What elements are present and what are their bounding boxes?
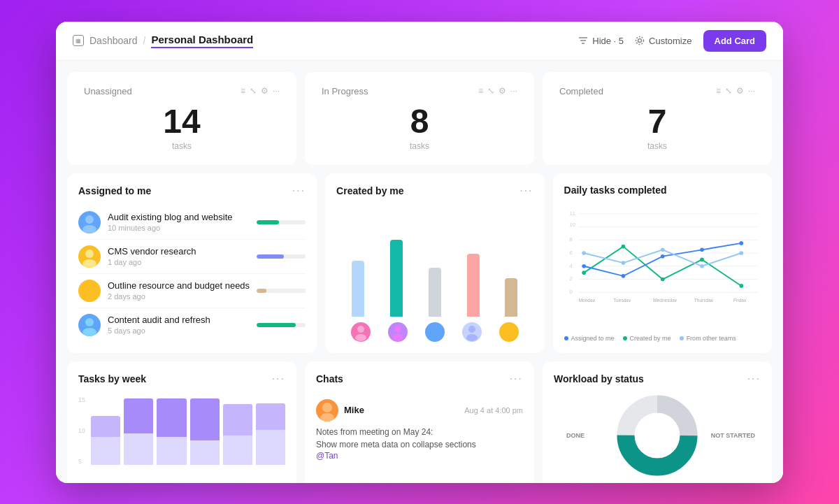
avatar-sm-3: [425, 322, 445, 342]
filter-icon-sm2[interactable]: ≡: [478, 86, 483, 96]
gear-icon: [635, 36, 645, 45]
bar-group-5: [495, 278, 528, 317]
svg-point-5: [85, 215, 94, 224]
task-progress-fill-2: [257, 254, 284, 259]
line-chart-area: 11 10 8 6 4 2 0: [564, 204, 761, 331]
svg-point-11: [85, 318, 94, 326]
y-label-5: 5: [78, 458, 85, 465]
week-bar-1-bot: [91, 437, 120, 465]
bar-1: [352, 261, 364, 317]
hide-label: Hide · 5: [592, 36, 624, 46]
daily-tasks-card: Daily tasks completed 11 10 8 6 4 2 0: [553, 173, 772, 353]
settings-icon-sm2[interactable]: ⚙: [499, 86, 506, 96]
week-bars: [91, 394, 285, 476]
app-container: ▦ Dashboard / Personal Dashboard Hide · …: [56, 22, 783, 483]
task-time-1: 10 minutes ago: [108, 224, 250, 232]
settings-icon-sm3[interactable]: ⚙: [736, 86, 744, 96]
chart-legend: Assigned to me Created by me From other …: [564, 335, 761, 342]
more-icon-sm[interactable]: ···: [273, 86, 280, 96]
svg-text:4: 4: [569, 262, 572, 268]
svg-point-39: [660, 277, 664, 281]
stat-unassigned: Unassigned ≡ ⤡ ⚙ ··· 14 tasks: [67, 72, 296, 165]
add-card-button[interactable]: Add Card: [703, 30, 767, 52]
svg-point-22: [503, 334, 515, 341]
hide-button[interactable]: Hide · 5: [578, 36, 624, 46]
week-bar-5: [223, 404, 252, 465]
breadcrumb-root: Dashboard: [89, 35, 138, 46]
svg-point-37: [582, 271, 586, 275]
stat-completed: Completed ≡ ⤡ ⚙ ··· 7 tasks: [543, 72, 772, 165]
chat-username: Mike: [344, 405, 364, 415]
main-content: Unassigned ≡ ⤡ ⚙ ··· 14 tasks In Progres…: [56, 61, 783, 483]
svg-point-17: [431, 326, 438, 333]
customize-label: Customize: [649, 36, 691, 46]
svg-point-47: [582, 251, 586, 255]
task-item-4: Content audit and refresh 5 days ago: [78, 308, 306, 342]
expand-icon-sm3[interactable]: ⤡: [725, 86, 732, 96]
stat-completed-sub: tasks: [559, 141, 755, 151]
customize-button[interactable]: Customize: [635, 36, 691, 46]
svg-text:Tuesday: Tuesday: [613, 298, 631, 302]
stat-unassigned-number: 14: [84, 105, 280, 138]
week-bar-2: [124, 398, 153, 465]
chats-more[interactable]: ···: [510, 373, 523, 385]
task-info-1: Audit existing blog and website 10 minut…: [108, 212, 250, 232]
chat-mention[interactable]: @Tan: [316, 451, 523, 461]
line-chart-svg: 11 10 8 6 4 2 0: [564, 204, 761, 302]
tasks-by-week-card: Tasks by week ··· 15 10 5: [67, 361, 296, 483]
svg-point-6: [83, 225, 96, 233]
bottom-row: Tasks by week ··· 15 10 5: [67, 361, 772, 483]
week-bar-1-top: [91, 416, 120, 437]
expand-icon-sm[interactable]: ⤡: [250, 86, 257, 96]
stat-unassigned-sub: tasks: [84, 141, 280, 151]
tasks-week-more[interactable]: ···: [272, 373, 285, 385]
task-name-4: Content audit and refresh: [108, 315, 250, 325]
more-icon-sm2[interactable]: ···: [510, 86, 517, 96]
svg-point-20: [466, 334, 478, 341]
stat-completed-label: Completed: [559, 86, 603, 96]
donut-label-done: DONE: [566, 432, 585, 439]
legend-dot-other: [680, 336, 684, 340]
week-bar-1: [91, 416, 120, 465]
svg-point-8: [83, 259, 96, 268]
bar-2: [390, 240, 403, 317]
svg-text:0: 0: [569, 289, 572, 295]
assigned-to-me-card: Assigned to me ··· Audit existing blog a…: [67, 173, 317, 353]
filter-icon-sm[interactable]: ≡: [241, 86, 245, 96]
expand-icon-sm2[interactable]: ⤡: [487, 86, 494, 96]
task-item: Audit existing blog and website 10 minut…: [78, 206, 306, 240]
chat-timestamp: Aug 4 at 4:00 pm: [464, 406, 523, 415]
bar-group-3: [418, 268, 451, 317]
daily-tasks-header: Daily tasks completed: [564, 185, 761, 196]
svg-point-57: [322, 403, 332, 412]
svg-text:11: 11: [569, 210, 575, 216]
week-bar-3-top: [157, 398, 186, 437]
dashboard-icon: ▦: [73, 35, 84, 46]
svg-point-49: [660, 247, 664, 252]
svg-text:6: 6: [569, 249, 572, 255]
svg-point-62: [636, 415, 678, 456]
settings-icon-sm[interactable]: ⚙: [261, 86, 268, 96]
week-bar-5-top: [223, 404, 252, 435]
week-bar-6: [256, 403, 285, 465]
task-progress-fill-4: [257, 323, 296, 327]
svg-point-4: [636, 37, 644, 45]
task-name-2: CMS vendor research: [108, 246, 250, 257]
more-icon-sm3[interactable]: ···: [748, 86, 755, 96]
add-card-label: Add Card: [715, 36, 756, 46]
bar-3: [429, 268, 441, 317]
assigned-more-button[interactable]: ···: [292, 185, 306, 197]
filter-icon-sm3[interactable]: ≡: [716, 86, 721, 96]
task-progress-fill-3: [257, 289, 266, 293]
week-chart-wrapper: 15 10 5: [78, 394, 285, 476]
svg-point-18: [429, 334, 440, 341]
workload-more[interactable]: ···: [747, 373, 761, 385]
created-card-header: Created by me ···: [336, 185, 533, 197]
workload-title: Workload by status: [554, 373, 644, 384]
week-bar-2-bot: [124, 433, 153, 465]
created-more-button[interactable]: ···: [519, 185, 533, 197]
task-item-3: Outline resource and budget needs 2 days…: [78, 274, 306, 308]
task-time-3: 2 days ago: [108, 292, 250, 301]
task-progress-3: [257, 289, 306, 293]
legend-label-created: Created by me: [630, 335, 671, 342]
